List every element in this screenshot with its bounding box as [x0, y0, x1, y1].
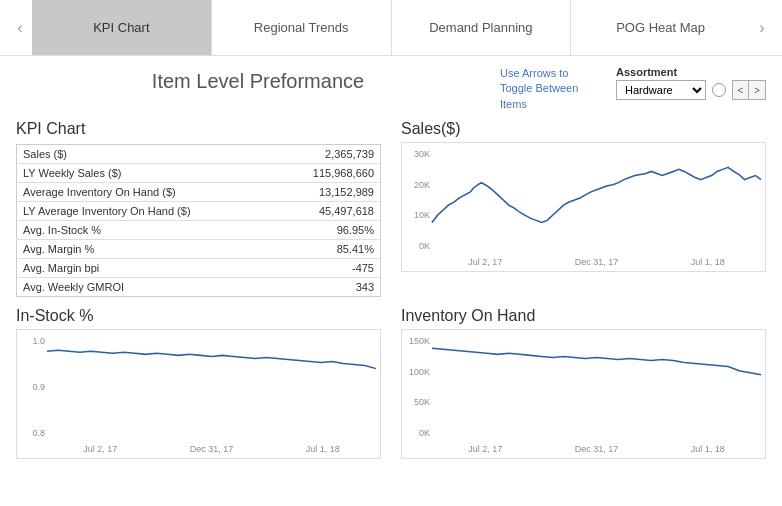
- tab-regional-trends[interactable]: Regional Trends: [212, 0, 392, 55]
- kpi-table: Sales ($) 2,365,739 LY Weekly Sales ($) …: [16, 144, 381, 297]
- tab-kpi-chart[interactable]: KPI Chart: [32, 0, 212, 55]
- page-title: Item Level Preformance: [16, 66, 500, 93]
- kpi-table-row: Avg. In-Stock % 96.95%: [17, 221, 381, 240]
- tab-list: KPI Chart Regional Trends Demand Plannin…: [32, 0, 750, 55]
- inventory-x-labels: Jul 2, 17 Dec 31, 17 Jul 1, 18: [432, 444, 761, 454]
- assortment-section: Assortment Hardware < >: [616, 66, 766, 100]
- kpi-row-label: Avg. Weekly GMROI: [17, 278, 275, 297]
- kpi-section: KPI Chart Sales ($) 2,365,739 LY Weekly …: [16, 120, 381, 297]
- kpi-table-row: Avg. Margin bpi -475: [17, 259, 381, 278]
- sales-chart-title: Sales($): [401, 120, 766, 138]
- sales-y-labels: 30K 20K 10K 0K: [402, 149, 430, 251]
- toggle-text: Use Arrows to Toggle Between Items: [500, 66, 600, 112]
- kpi-row-value: 115,968,660: [275, 164, 381, 183]
- kpi-table-row: Average Inventory On Hand ($) 13,152,989: [17, 183, 381, 202]
- instock-x-labels: Jul 2, 17 Dec 31, 17 Jul 1, 18: [47, 444, 376, 454]
- kpi-table-row: LY Average Inventory On Hand ($) 45,497,…: [17, 202, 381, 221]
- kpi-row-label: Average Inventory On Hand ($): [17, 183, 275, 202]
- content-grid: KPI Chart Sales ($) 2,365,739 LY Weekly …: [16, 120, 766, 459]
- kpi-row-label: Sales ($): [17, 145, 275, 164]
- instock-chart-container: 1.0 0.9 0.8 Jul 2, 17 Dec 31, 17 Jul 1, …: [16, 329, 381, 459]
- assortment-row: Hardware < >: [616, 80, 766, 100]
- sales-chart-container: 30K 20K 10K 0K Jul 2, 17 Dec 31, 17 Jul …: [401, 142, 766, 272]
- tab-demand-planning[interactable]: Demand Planning: [392, 0, 572, 55]
- sales-chart-plot: [432, 149, 761, 251]
- kpi-row-value: -475: [275, 259, 381, 278]
- kpi-row-label: Avg. Margin %: [17, 240, 275, 259]
- instock-chart-title: In-Stock %: [16, 307, 381, 325]
- inventory-y-labels: 150K 100K 50K 0K: [402, 336, 430, 438]
- kpi-table-row: Avg. Weekly GMROI 343: [17, 278, 381, 297]
- kpi-title: KPI Chart: [16, 120, 381, 138]
- kpi-table-row: Sales ($) 2,365,739: [17, 145, 381, 164]
- kpi-table-row: Avg. Margin % 85.41%: [17, 240, 381, 259]
- header-row: Item Level Preformance Use Arrows to Tog…: [16, 66, 766, 112]
- inventory-chart-section: Inventory On Hand 150K 100K 50K 0K Jul 2…: [401, 307, 766, 459]
- tab-pog-heat-map[interactable]: POG Heat Map: [571, 0, 750, 55]
- kpi-row-value: 45,497,618: [275, 202, 381, 221]
- inventory-chart-title: Inventory On Hand: [401, 307, 766, 325]
- kpi-row-value: 2,365,739: [275, 145, 381, 164]
- main-content: Item Level Preformance Use Arrows to Tog…: [0, 56, 782, 469]
- kpi-row-label: Avg. Margin bpi: [17, 259, 275, 278]
- inventory-chart-container: 150K 100K 50K 0K Jul 2, 17 Dec 31, 17 Ju…: [401, 329, 766, 459]
- nav-next-button[interactable]: ›: [750, 8, 774, 48]
- assortment-label: Assortment: [616, 66, 766, 78]
- instock-y-labels: 1.0 0.9 0.8: [17, 336, 45, 438]
- instock-chart-section: In-Stock % 1.0 0.9 0.8 Jul 2, 17 Dec 31,: [16, 307, 381, 459]
- kpi-row-value: 85.41%: [275, 240, 381, 259]
- kpi-row-value: 96.95%: [275, 221, 381, 240]
- assortment-select[interactable]: Hardware: [616, 80, 706, 100]
- inventory-chart-plot: [432, 336, 761, 438]
- header-controls: Use Arrows to Toggle Between Items Assor…: [500, 66, 766, 112]
- item-nav-arrows: < >: [732, 80, 766, 100]
- kpi-row-label: Avg. In-Stock %: [17, 221, 275, 240]
- sales-x-labels: Jul 2, 17 Dec 31, 17 Jul 1, 18: [432, 257, 761, 267]
- item-nav-left[interactable]: <: [733, 81, 749, 99]
- kpi-row-value: 343: [275, 278, 381, 297]
- item-nav-right[interactable]: >: [749, 81, 765, 99]
- kpi-row-label: LY Weekly Sales ($): [17, 164, 275, 183]
- kpi-row-value: 13,152,989: [275, 183, 381, 202]
- sales-chart-section: Sales($) 30K 20K 10K 0K Jul 2, 17 Dec 31…: [401, 120, 766, 297]
- kpi-row-label: LY Average Inventory On Hand ($): [17, 202, 275, 221]
- radio-button[interactable]: [712, 83, 726, 97]
- top-navigation: ‹ KPI Chart Regional Trends Demand Plann…: [0, 0, 782, 56]
- kpi-table-row: LY Weekly Sales ($) 115,968,660: [17, 164, 381, 183]
- instock-chart-plot: [47, 336, 376, 438]
- nav-prev-button[interactable]: ‹: [8, 8, 32, 48]
